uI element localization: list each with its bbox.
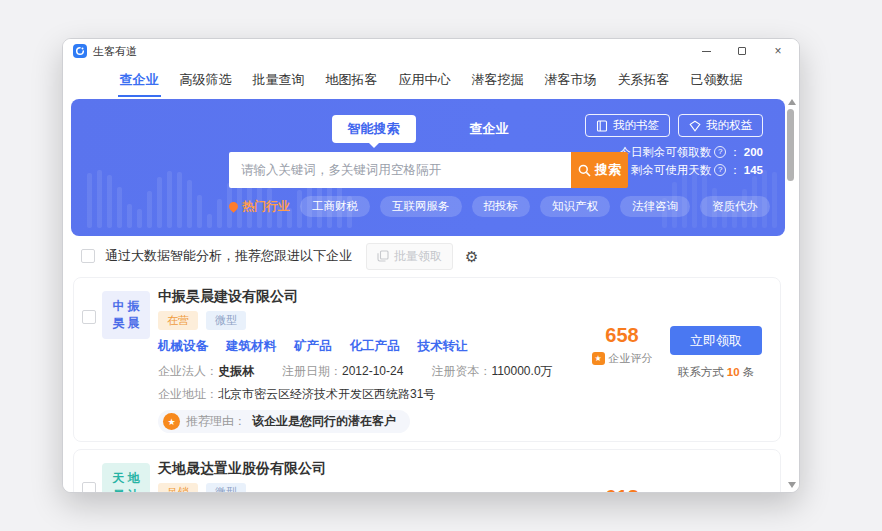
my-benefits-button[interactable]: 我的权益 bbox=[678, 114, 763, 137]
scroll-up-arrow[interactable] bbox=[788, 99, 796, 105]
score-value: 618 bbox=[586, 486, 658, 493]
title-bar[interactable]: 生客有道 × bbox=[63, 39, 799, 63]
tag-business-tax[interactable]: 工商财税 bbox=[300, 196, 370, 217]
status-badge: 在营 bbox=[158, 311, 198, 330]
tab-advanced-filter[interactable]: 高级筛选 bbox=[178, 63, 234, 97]
window-controls: × bbox=[699, 44, 789, 58]
company-address-row: 企业地址：北京市密云区经济技术开发区西统路31号 bbox=[158, 386, 768, 403]
scale-badge: 微型 bbox=[206, 311, 246, 330]
category-link[interactable]: 建筑材料 bbox=[226, 338, 276, 355]
tab-lead-mining[interactable]: 潜客挖掘 bbox=[470, 63, 526, 97]
tag-internet-services[interactable]: 互联网服务 bbox=[380, 196, 462, 217]
magnifier-icon bbox=[578, 164, 591, 177]
tab-relation-prospecting[interactable]: 关系拓客 bbox=[616, 63, 672, 97]
app-window: 生客有道 × 查企业 高级筛选 批量查询 地图拓客 应用中心 潜客挖掘 潜客市场… bbox=[62, 38, 800, 493]
my-bookmarks-button[interactable]: 我的书签 bbox=[585, 114, 670, 137]
select-all-checkbox[interactable] bbox=[81, 249, 95, 263]
tag-intellectual-property[interactable]: 知识产权 bbox=[540, 196, 610, 217]
company-address: 北京市密云区经济技术开发区西统路31号 bbox=[218, 387, 435, 401]
minimize-button[interactable] bbox=[699, 44, 713, 58]
category-link[interactable]: 矿产品 bbox=[294, 338, 332, 355]
flame-icon bbox=[227, 200, 240, 213]
register-capital: 110000.0万 bbox=[491, 364, 552, 378]
remaining-days-quota: 剩余可使用天数 ： 145 bbox=[619, 161, 763, 179]
help-icon[interactable] bbox=[714, 146, 726, 158]
tab-claimed-data[interactable]: 已领数据 bbox=[689, 63, 745, 97]
mode-company-search[interactable]: 查企业 bbox=[454, 115, 525, 143]
vertical-scrollbar bbox=[785, 99, 797, 488]
remaining-days-value: 145 bbox=[744, 161, 763, 179]
company-avatar: 天地 晟达 bbox=[102, 463, 150, 493]
close-button[interactable]: × bbox=[771, 44, 785, 58]
recommend-reason: ★ 推荐理由： 该企业是您同行的潜在客户 bbox=[158, 410, 410, 433]
app-title: 生客有道 bbox=[93, 44, 137, 59]
batch-claim-button[interactable]: 批量领取 bbox=[366, 243, 453, 270]
category-link[interactable]: 化工产品 bbox=[350, 338, 400, 355]
recommend-toolbar: 通过大数据智能分析，推荐您跟进以下企业 批量领取 ⚙ bbox=[81, 243, 781, 269]
category-link[interactable]: 技术转让 bbox=[418, 338, 468, 355]
hot-industry-tags: 热门行业 工商财税 互联网服务 招投标 知识产权 法律咨询 资质代办 bbox=[229, 196, 770, 217]
scroll-down-arrow[interactable] bbox=[788, 482, 796, 488]
score-label: 企业评分 bbox=[609, 351, 653, 366]
score-value: 658 bbox=[586, 324, 658, 347]
tab-batch-query[interactable]: 批量查询 bbox=[251, 63, 307, 97]
hero-corner-buttons: 我的书签 我的权益 bbox=[585, 114, 763, 137]
company-name[interactable]: 天地晟达置业股份有限公司 bbox=[158, 460, 768, 478]
scrollbar-thumb[interactable] bbox=[787, 109, 794, 181]
daily-claim-quota-value: 200 bbox=[744, 143, 763, 161]
company-score: 658 ★ 企业评分 bbox=[586, 324, 658, 366]
company-checkbox[interactable] bbox=[82, 482, 96, 493]
settings-gear-icon[interactable]: ⚙ bbox=[465, 249, 478, 264]
legal-person: 史振林 bbox=[218, 364, 254, 378]
contact-count: 10 bbox=[727, 366, 740, 378]
company-card: 天地 晟达 天地晟达置业股份有限公司 吊销 微型 物业管理 企业法人：张英富 注… bbox=[73, 449, 781, 493]
tag-legal-consulting[interactable]: 法律咨询 bbox=[620, 196, 690, 217]
smart-search-panel: 智能搜索 查企业 我的书签 我的权益 今日剩余可领取数 bbox=[71, 99, 785, 236]
help-icon[interactable] bbox=[714, 164, 726, 176]
tag-bidding[interactable]: 招投标 bbox=[472, 196, 531, 217]
scale-badge: 微型 bbox=[206, 483, 246, 493]
quota-info: 今日剩余可领取数 ： 200 剩余可使用天数 ： 145 bbox=[619, 143, 763, 179]
company-card: 中振 昊晨 中振昊晨建设有限公司 在营 微型 机械设备 建筑材料 矿产品 化工产… bbox=[73, 277, 781, 442]
maximize-button[interactable] bbox=[735, 44, 749, 58]
tab-lead-market[interactable]: 潜客市场 bbox=[543, 63, 599, 97]
company-avatar: 中振 昊晨 bbox=[102, 291, 150, 339]
keyword-search-input[interactable] bbox=[229, 152, 571, 188]
tag-qualification-agency[interactable]: 资质代办 bbox=[700, 196, 770, 217]
score-star-icon: ★ bbox=[592, 352, 605, 365]
claim-area: 立即领取 联系方式 10 条 bbox=[666, 326, 766, 380]
app-logo-icon bbox=[73, 44, 87, 58]
search-button[interactable]: 搜索 bbox=[571, 152, 628, 188]
contact-count-line: 联系方式 10 条 bbox=[666, 365, 766, 380]
search-bar: 搜索 bbox=[229, 152, 628, 188]
hot-industries-label: 热门行业 bbox=[229, 198, 290, 215]
claim-now-button[interactable]: 立即领取 bbox=[670, 326, 762, 355]
tab-map-prospecting[interactable]: 地图拓客 bbox=[324, 63, 380, 97]
desktop-background: 生客有道 × 查企业 高级筛选 批量查询 地图拓客 应用中心 潜客挖掘 潜客市场… bbox=[0, 0, 882, 531]
status-badge: 吊销 bbox=[158, 483, 198, 493]
book-icon bbox=[596, 120, 608, 132]
daily-claim-quota: 今日剩余可领取数 ： 200 bbox=[619, 143, 763, 161]
recommend-text: 通过大数据智能分析，推荐您跟进以下企业 bbox=[105, 247, 352, 265]
badge-icon bbox=[689, 120, 701, 132]
company-checkbox[interactable] bbox=[82, 310, 96, 324]
reason-star-icon: ★ bbox=[163, 413, 180, 430]
main-nav: 查企业 高级筛选 批量查询 地图拓客 应用中心 潜客挖掘 潜客市场 关系拓客 已… bbox=[63, 63, 799, 97]
category-link[interactable]: 机械设备 bbox=[158, 338, 208, 355]
company-score: 618 ★ 企业评分 bbox=[586, 486, 658, 493]
content-area: 智能搜索 查企业 我的书签 我的权益 今日剩余可领取数 bbox=[63, 97, 799, 493]
company-status-tags: 吊销 微型 bbox=[158, 483, 768, 493]
mode-smart-search[interactable]: 智能搜索 bbox=[332, 115, 416, 143]
company-name[interactable]: 中振昊晨建设有限公司 bbox=[158, 288, 768, 306]
register-date: 2012-10-24 bbox=[342, 364, 403, 378]
tab-search-company[interactable]: 查企业 bbox=[118, 63, 161, 97]
copy-icon bbox=[377, 250, 389, 262]
tab-app-center[interactable]: 应用中心 bbox=[397, 63, 453, 97]
